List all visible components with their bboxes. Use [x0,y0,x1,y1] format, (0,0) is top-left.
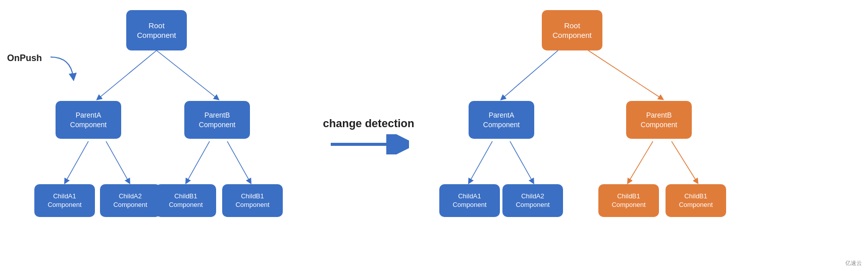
left-childB1b-node: ChildB1 Component [222,184,283,217]
right-root-node: Root Component [542,10,602,50]
svg-line-9 [470,141,492,182]
right-parentB-node: ParentB Component [626,101,692,139]
svg-line-7 [502,50,558,98]
left-parentA-node: ParentA Component [56,101,121,139]
right-childB1a-node: ChildB1 Component [598,184,659,217]
svg-line-3 [106,141,129,182]
svg-line-8 [588,50,661,98]
svg-line-1 [157,50,217,98]
svg-line-12 [672,141,697,182]
right-childB1b-node: ChildB1 Component [666,184,726,217]
left-root-node: Root Component [126,10,187,50]
left-parentB-node: ParentB Component [184,101,250,139]
change-detection-arrow-icon [328,134,409,154]
svg-line-4 [187,141,210,182]
right-diagram: Root Component ParentA Component ParentB… [424,0,752,271]
svg-line-2 [66,141,88,182]
left-childA1-node: ChildA1 Component [34,184,95,217]
right-childA1-node: ChildA1 Component [439,184,500,217]
left-diagram: OnPush [0,0,313,271]
left-childB1a-node: ChildB1 Component [156,184,216,217]
svg-line-5 [227,141,250,182]
arrow-section: change detection [313,0,424,271]
right-childA2-node: ChildA2 Component [502,184,563,217]
svg-line-10 [510,141,533,182]
change-detection-label: change detection [323,117,415,130]
right-parentA-node: ParentA Component [469,101,534,139]
main-container: OnPush [0,0,868,271]
watermark: 亿速云 [845,259,862,267]
svg-line-0 [98,50,157,98]
left-childA2-node: ChildA2 Component [100,184,161,217]
svg-line-11 [629,141,653,182]
